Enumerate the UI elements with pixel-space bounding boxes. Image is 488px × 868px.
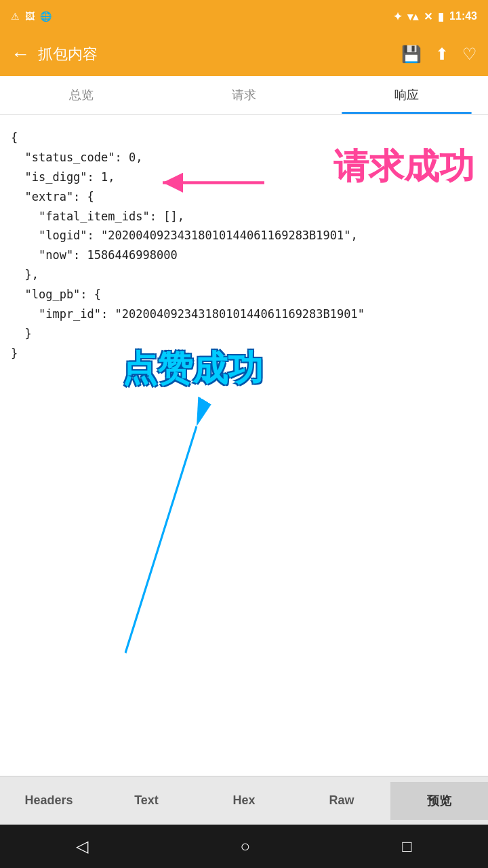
page-title: 抓包内容 xyxy=(38,44,401,64)
time-display: 11:43 xyxy=(449,10,477,22)
tab-response[interactable]: 响应 xyxy=(325,76,488,114)
tab-bar: 总览 请求 响应 xyxy=(0,76,488,115)
svg-line-3 xyxy=(125,427,197,653)
nav-bar: ◁ ○ □ xyxy=(0,825,488,868)
tab-request[interactable]: 请求 xyxy=(163,76,325,114)
top-bar: ← 抓包内容 💾 ⬆ ♡ xyxy=(0,33,488,76)
image-icon: 🖼 xyxy=(25,11,35,22)
globe-icon: 🌐 xyxy=(40,11,52,22)
json-content: { "status_code": 0, "is_digg": 1, "extra… xyxy=(11,128,477,363)
save-button[interactable]: 💾 xyxy=(401,45,422,64)
bluetooth-icon: ✦ xyxy=(393,10,402,23)
status-left-icons: ⚠ 🖼 🌐 xyxy=(11,11,52,22)
bottom-tab-raw[interactable]: Raw xyxy=(293,783,390,818)
back-button[interactable]: ← xyxy=(11,43,30,65)
bottom-tab-preview[interactable]: 预览 xyxy=(390,782,488,820)
wifi-icon: ▾▴ xyxy=(407,10,418,23)
nav-recent-icon[interactable]: □ xyxy=(402,837,412,856)
bottom-tab-hex[interactable]: Hex xyxy=(195,783,293,818)
share-button[interactable]: ⬆ xyxy=(435,45,449,64)
status-bar: ⚠ 🖼 🌐 ✦ ▾▴ ✕ ▮ 11:43 xyxy=(0,0,488,33)
bottom-tab-bar: Headers Text Hex Raw 预览 xyxy=(0,776,488,825)
content-area: { "status_code": 0, "is_digg": 1, "extra… xyxy=(0,115,488,776)
top-actions: 💾 ⬆ ♡ xyxy=(401,45,477,64)
nav-home-icon[interactable]: ○ xyxy=(240,837,250,856)
bottom-tab-headers[interactable]: Headers xyxy=(0,783,98,818)
bottom-tab-text[interactable]: Text xyxy=(98,783,195,818)
signal-icon: ✕ xyxy=(424,10,432,23)
nav-back-icon[interactable]: ◁ xyxy=(76,837,88,856)
status-right-icons: ✦ ▾▴ ✕ ▮ 11:43 xyxy=(393,10,477,23)
tab-overview[interactable]: 总览 xyxy=(0,76,163,114)
battery-icon: ▮ xyxy=(438,10,444,23)
heart-button[interactable]: ♡ xyxy=(462,45,477,64)
notification-icon: ⚠ xyxy=(11,11,20,22)
